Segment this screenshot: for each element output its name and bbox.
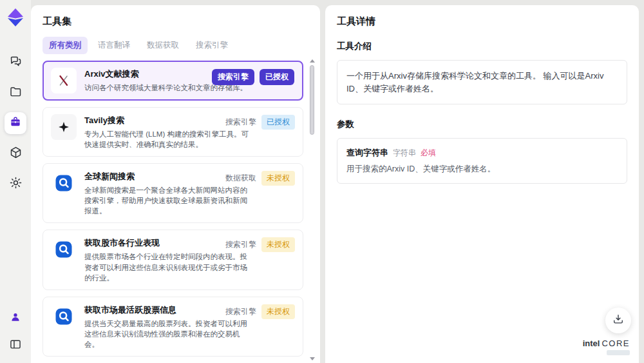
sidebar-item-chat[interactable]	[5, 52, 26, 74]
intro-heading: 工具介绍	[337, 41, 627, 52]
download-icon	[612, 313, 625, 328]
parameter-name: 查询字符串	[346, 147, 388, 159]
category-badge: 搜索引擎	[212, 69, 254, 85]
tab-language-translation[interactable]: 语言翻译	[91, 37, 137, 54]
parameter-required-flag: 必填	[421, 148, 436, 159]
params-heading: 参数	[337, 119, 627, 130]
tavily-star-icon	[51, 114, 77, 140]
tool-details-panel: 工具详情 工具介绍 一个用于从Arxiv存储库搜索科学论文和文章的工具。 输入可…	[325, 5, 639, 363]
settings-gear-icon	[9, 176, 23, 192]
category-label: 搜索引擎	[225, 239, 256, 250]
tool-description: 专为人工智能代理 (LLM) 构建的搜索引擎工具。可快速提供实时、准确和真实的结…	[84, 129, 253, 150]
sidebar-bottom	[5, 308, 26, 357]
tool-card-most-active-stocks[interactable]: 获取市场最活跃股票信息 提供当天交易量最高的股票列表。投资者可以利用这些信息来识…	[43, 297, 303, 357]
intel-core-logo: intelCORE	[583, 338, 630, 355]
category-label: 数据获取	[225, 173, 256, 184]
tool-card-arxiv[interactable]: Arxiv文献搜索 访问各个研究领域大量科学论文和文章的存储库。 搜索引擎 已授…	[43, 61, 303, 101]
sidebar-nav	[5, 52, 26, 195]
folder-icon	[9, 85, 23, 101]
download-button[interactable]	[605, 308, 631, 333]
main-area: 工具集 所有类别 语言翻译 数据获取 搜索引擎 A	[31, 0, 644, 363]
tool-description: 提供当天交易量最高的股票列表。投资者可以利用这些信息来识别流动性强的股票和潜在的…	[84, 319, 253, 349]
auth-status-badge: 未授权	[261, 237, 295, 252]
tab-data-fetch[interactable]: 数据获取	[140, 37, 185, 54]
parameter-type: 字符串	[393, 148, 416, 159]
arxiv-icon	[51, 68, 77, 93]
parameter-description: 用于搜索的Arxiv ID、关键字或作者姓名。	[346, 164, 618, 175]
scrollbar-up-arrow-icon[interactable]	[310, 59, 315, 63]
intel-ultra-badge	[607, 350, 630, 355]
sidebar-item-profile[interactable]	[5, 308, 26, 329]
details-title: 工具详情	[337, 15, 627, 28]
auth-status-badge: 已授权	[261, 115, 295, 130]
news-search-icon	[51, 304, 77, 329]
category-label: 搜索引擎	[225, 306, 256, 317]
news-search-icon	[51, 170, 77, 196]
chat-icon	[9, 55, 23, 71]
tab-all-categories[interactable]: 所有类别	[43, 37, 88, 54]
tool-description: 提供股票市场各个行业在特定时间段内的表现。投资者可以利用这些信息来识别表现优于或…	[84, 251, 253, 282]
toolset-panel: 工具集 所有类别 语言翻译 数据获取 搜索引擎 A	[31, 5, 320, 363]
app-logo-gem-icon	[6, 8, 24, 27]
auth-status-badge: 未授权	[261, 304, 295, 319]
tool-card-tavily[interactable]: Tavily搜索 专为人工智能代理 (LLM) 构建的搜索引擎工具。可快速提供实…	[43, 107, 303, 157]
news-search-icon	[51, 237, 77, 262]
category-label: 搜索引擎	[225, 117, 256, 128]
tool-card-sector-performance[interactable]: 获取股市各行业表现 提供股票市场各个行业在特定时间段内的表现。投资者可以利用这些…	[43, 230, 303, 289]
scrollbar-down-arrow-icon[interactable]	[310, 357, 315, 360]
category-tabs: 所有类别 语言翻译 数据获取 搜索引擎	[43, 37, 303, 54]
sidebar-item-packages[interactable]	[5, 142, 26, 164]
tool-list: Arxiv文献搜索 访问各个研究领域大量科学论文和文章的存储库。 搜索引擎 已授…	[43, 61, 303, 363]
intel-logo-text: intel	[583, 338, 600, 348]
toolbox-icon	[9, 115, 22, 131]
tool-description: 全球新闻搜索是一个聚合全球各大新闻网站内容的搜索引擎，帮助用户快速获取全球最新资…	[84, 185, 253, 216]
sidebar-item-settings[interactable]	[5, 173, 26, 195]
user-icon	[10, 311, 21, 326]
auth-status-badge: 已授权	[260, 69, 294, 85]
app-window: 工具集 所有类别 语言翻译 数据获取 搜索引擎 A	[0, 0, 644, 363]
collapse-panel-icon	[9, 338, 22, 353]
sidebar-item-files[interactable]	[5, 82, 26, 104]
page-title: 工具集	[43, 15, 303, 28]
tool-list-scrollbar	[309, 59, 316, 360]
package-icon	[9, 146, 23, 162]
auth-status-badge: 未授权	[261, 171, 295, 186]
tool-card-global-news[interactable]: 全球新闻搜索 全球新闻搜索是一个聚合全球各大新闻网站内容的搜索引擎，帮助用户快速…	[43, 163, 303, 223]
scrollbar-thumb[interactable]	[310, 65, 314, 135]
core-logo-text: CORE	[601, 338, 630, 348]
intro-text-box: 一个用于从Arxiv存储库搜索科学论文和文章的工具。 输入可以是Arxiv ID…	[337, 60, 627, 104]
tab-search-engine[interactable]: 搜索引擎	[189, 37, 234, 54]
parameter-card: 查询字符串 字符串 必填 用于搜索的Arxiv ID、关键字或作者姓名。	[337, 138, 627, 184]
sidebar	[0, 0, 31, 363]
sidebar-collapse-toggle[interactable]	[5, 335, 26, 357]
sidebar-item-tools[interactable]	[5, 112, 26, 134]
